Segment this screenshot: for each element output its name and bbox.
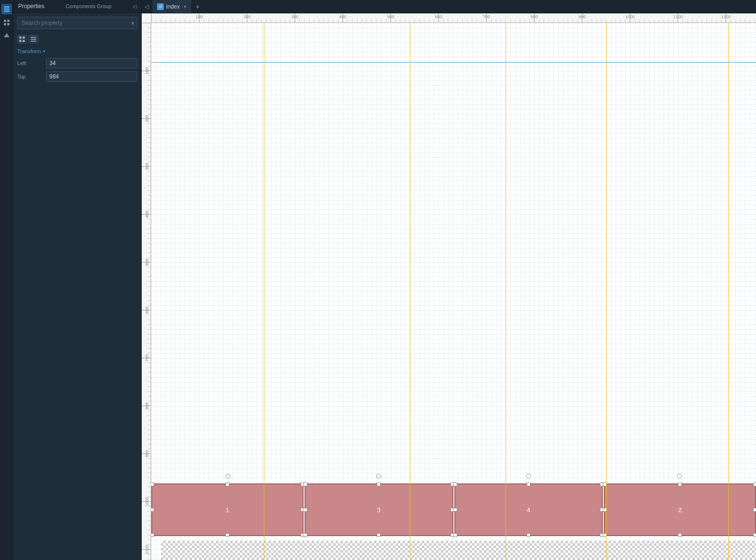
svg-rect-13 — [31, 39, 36, 40]
ruler-h-canvas — [151, 13, 756, 23]
svg-rect-14 — [31, 41, 36, 42]
left-property-row: Left — [17, 58, 137, 68]
resize-handle-bl-3[interactable] — [304, 533, 307, 537]
ruler-horizontal — [151, 13, 756, 23]
tab-close-button[interactable]: × — [183, 3, 187, 10]
main-area: ◁ ⊙ index × + — [142, 0, 756, 560]
svg-rect-10 — [19, 40, 22, 42]
svg-rect-11 — [23, 40, 25, 42]
properties-header: Properties Components Group ◁ — [13, 0, 141, 13]
resize-handle-tl-3[interactable] — [304, 482, 307, 486]
block-2-label: 2 — [678, 506, 682, 514]
ruler-v-canvas — [142, 23, 151, 560]
connector-4 — [526, 474, 531, 479]
resize-handle-br-2[interactable] — [753, 533, 756, 537]
svg-rect-4 — [7, 20, 10, 22]
top-input[interactable] — [46, 71, 137, 82]
resize-handle-tm-4[interactable] — [527, 482, 530, 486]
svg-rect-1 — [4, 9, 10, 10]
canvas-block-4[interactable]: 4 — [454, 483, 603, 536]
left-input[interactable] — [46, 58, 137, 68]
resize-handle-ml-1[interactable] — [151, 508, 154, 512]
search-clear-button[interactable]: × — [131, 20, 135, 26]
svg-marker-7 — [4, 33, 10, 37]
index-tab[interactable]: ⊙ index × — [152, 0, 192, 13]
list-view-button[interactable] — [29, 35, 38, 44]
assets-icon[interactable] — [1, 31, 12, 41]
left-toolbar — [0, 0, 13, 560]
connector-1 — [226, 474, 230, 479]
block-4-label: 4 — [527, 506, 530, 514]
resize-handle-bm-3[interactable] — [377, 533, 381, 537]
svg-rect-3 — [4, 20, 6, 22]
svg-rect-2 — [4, 11, 10, 12]
resize-handle-bm-4[interactable] — [527, 533, 530, 537]
properties-title: Properties — [18, 3, 45, 10]
top-label: Top — [17, 74, 46, 79]
search-box: × — [17, 17, 137, 29]
svg-rect-6 — [7, 23, 10, 25]
resize-handle-bl-4[interactable] — [453, 533, 457, 537]
resize-handle-ml-3[interactable] — [304, 508, 307, 512]
connector-2 — [677, 474, 682, 479]
resize-handle-tm-3[interactable] — [377, 482, 381, 486]
resize-handle-bm-2[interactable] — [678, 533, 682, 537]
ruler-corner — [142, 13, 151, 23]
svg-rect-5 — [4, 23, 6, 25]
resize-handle-tl-1[interactable] — [151, 482, 154, 486]
resize-handle-tr-2[interactable] — [753, 482, 756, 486]
transform-header[interactable]: Transform ▾ — [17, 48, 137, 54]
ruler-vertical — [142, 23, 151, 560]
block-connectors-row — [151, 469, 756, 483]
block-1-label: 1 — [226, 506, 229, 514]
canvas-block-3[interactable]: 3 — [305, 483, 453, 536]
block-3-label: 3 — [377, 506, 380, 514]
svg-rect-8 — [19, 36, 22, 39]
top-property-row: Top — [17, 71, 137, 82]
svg-rect-0 — [4, 6, 10, 8]
properties-panel: Properties Components Group ◁ × Transfor — [13, 0, 142, 560]
resize-handle-mr-2[interactable] — [753, 508, 756, 512]
view-controls — [13, 33, 141, 46]
search-input[interactable] — [17, 17, 137, 29]
grid-view-button[interactable] — [17, 35, 27, 44]
resize-handle-ml-4[interactable] — [453, 508, 457, 512]
tab-file-icon: ⊙ — [157, 3, 164, 10]
connector-3 — [376, 474, 381, 479]
transform-arrow: ▾ — [43, 49, 45, 54]
transform-section: Transform ▾ Left Top — [13, 46, 141, 87]
blocks-container: 1 3 — [151, 469, 756, 536]
svg-rect-12 — [31, 37, 36, 38]
tab-bar: ◁ ⊙ index × + — [142, 0, 756, 13]
tab-left-arrow[interactable]: ◁ — [142, 0, 152, 13]
left-label: Left — [17, 60, 46, 66]
svg-rect-9 — [23, 36, 25, 39]
transform-label: Transform — [17, 48, 41, 54]
canvas-wrapper[interactable]: 1 3 — [142, 13, 756, 560]
layers-icon[interactable] — [1, 4, 12, 14]
components-icon[interactable] — [1, 17, 12, 28]
resize-handle-tm-1[interactable] — [226, 482, 229, 486]
resize-handle-tl-4[interactable] — [453, 482, 457, 486]
resize-handle-tm-2[interactable] — [678, 482, 682, 486]
add-tab-button[interactable]: + — [192, 0, 203, 13]
collapse-panel-button[interactable]: ◁ — [133, 3, 136, 10]
components-group-label: Components Group — [66, 3, 112, 9]
canvas-block-2[interactable]: 2 — [604, 483, 756, 536]
resize-handle-tl-2[interactable] — [603, 482, 607, 486]
canvas-block-1[interactable]: 1 — [151, 483, 304, 536]
canvas-content[interactable]: 1 3 — [151, 23, 756, 560]
resize-handle-ml-2[interactable] — [603, 508, 607, 512]
resize-handle-bl-2[interactable] — [603, 533, 607, 537]
resize-handle-bl-1[interactable] — [151, 533, 154, 537]
transparent-area — [161, 541, 756, 560]
block-row: 1 3 — [151, 483, 756, 536]
resize-handle-bm-1[interactable] — [226, 533, 229, 537]
tab-label: index — [166, 3, 180, 10]
